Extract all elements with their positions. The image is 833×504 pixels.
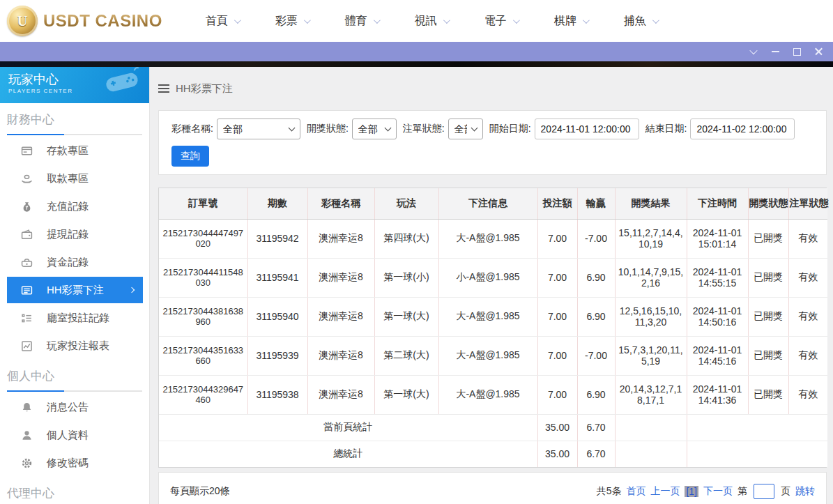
table-cell: 大-A盤@1.985 — [438, 219, 537, 258]
table-cell: 小-A盤@1.985 — [438, 258, 537, 297]
nav-label: 棋牌 — [554, 14, 576, 29]
section-underline — [7, 134, 142, 135]
sidebar-item-funds-record[interactable]: 資金記錄 — [0, 248, 149, 276]
sidebar-item-label: 取款專區 — [47, 172, 89, 185]
table-cell: 7.00 — [537, 219, 577, 258]
app-window: U USDT CASINO 首頁 彩票 體育 視訊 電子 棋牌 捕魚 玩家中心 … — [0, 0, 833, 504]
sidebar-item-hh-lottery-bets[interactable]: HH彩票下注 — [7, 277, 143, 303]
table-cell: 有效 — [788, 258, 827, 297]
column-header: 注單狀態 — [788, 188, 827, 219]
nav-item-sports[interactable]: 體育 — [345, 14, 379, 29]
table-cell: 31195940 — [247, 297, 307, 336]
nav-item-cards[interactable]: 棋牌 — [554, 14, 588, 29]
table-cell: 7.00 — [537, 375, 577, 414]
chevron-down-icon — [583, 17, 590, 24]
summary-cell: 總統計 — [159, 441, 537, 467]
table-cell: -7.00 — [577, 219, 615, 258]
sidebar-item-label: 充值記錄 — [47, 200, 89, 213]
nav-item-electronic[interactable]: 電子 — [484, 14, 518, 29]
sidebar-item-deposit[interactable]: 存款專區 — [0, 137, 149, 165]
total-count-text: 共5条 — [597, 485, 622, 498]
lottery-bet-icon — [21, 284, 33, 296]
sidebar-item-profile[interactable]: 個人資料 — [0, 421, 149, 449]
summary-cell: 35.00 — [537, 441, 577, 467]
chevron-down-icon: 全部 — [217, 119, 300, 139]
room-bet-record-icon — [21, 312, 33, 324]
current-page-badge: [1] — [685, 486, 698, 497]
section-underline — [7, 390, 142, 392]
nav-item-video[interactable]: 視訊 — [415, 14, 448, 29]
user-icon — [21, 429, 33, 441]
withdraw-icon — [21, 173, 33, 185]
sidebar-item-label: 消息公告 — [47, 401, 89, 414]
sidebar-item-withdraw[interactable]: 取款專區 — [0, 165, 149, 192]
lottery-name-label: 彩種名稱: — [171, 123, 213, 135]
table-cell: 有效 — [788, 375, 827, 414]
table-cell: 7.00 — [537, 258, 577, 297]
table-cell: 第一球(小) — [374, 258, 438, 297]
table-cell: 2152173044381638960 — [159, 297, 247, 336]
summary-cell: 6.70 — [577, 414, 615, 441]
window-chevron-down-icon[interactable] — [749, 47, 758, 56]
section-title: 代理中心 — [0, 484, 149, 503]
minimize-icon[interactable] — [770, 47, 780, 56]
sidebar-item-withdrawal-record[interactable]: 提現記錄 — [0, 220, 149, 248]
prev-page-link[interactable]: 上一页 — [650, 485, 680, 498]
main-area: HH彩票下注 彩種名稱: 全部 開獎狀態: 全部 注單狀態: 全部 開始日期: … — [150, 67, 833, 504]
table-row: 215217304441154803031195941澳洲幸运8第一球(小)小-… — [159, 258, 827, 297]
nav-label: 視訊 — [415, 14, 437, 29]
window-controls — [749, 47, 823, 56]
end-date-label: 結束日期: — [645, 123, 687, 135]
table-cell: 第四球(大) — [374, 219, 438, 258]
close-icon[interactable] — [813, 47, 823, 56]
chevron-right-icon — [129, 287, 135, 293]
sidebar-item-label: 提現記錄 — [47, 228, 89, 241]
start-date-label: 開始日期: — [489, 123, 531, 135]
search-button[interactable]: 查詢 — [171, 146, 209, 167]
jump-page-input[interactable] — [754, 484, 774, 499]
table-cell: 31195939 — [247, 336, 307, 375]
table-cell: 澳洲幸运8 — [307, 336, 374, 375]
table-cell: 第二球(大) — [374, 336, 438, 375]
lottery-name-select[interactable]: 全部 — [217, 119, 300, 139]
hamburger-menu-icon[interactable] — [158, 84, 169, 93]
table-cell: 有效 — [788, 336, 827, 375]
order-status-select[interactable]: 全部 — [448, 119, 483, 139]
table-cell: 澳洲幸运8 — [307, 219, 374, 258]
nav-item-lottery[interactable]: 彩票 — [275, 14, 309, 29]
column-header: 投注額 — [537, 188, 577, 219]
recharge-record-icon — [21, 201, 33, 213]
column-header: 開獎狀態 — [748, 188, 788, 219]
column-header: 訂單號 — [159, 188, 247, 219]
table-cell: 2024-11-01 14:50:16 — [687, 297, 748, 336]
sidebar-item-recharge-record[interactable]: 充值記錄 — [0, 192, 149, 220]
nav-item-fishing[interactable]: 捕魚 — [624, 14, 657, 29]
chevron-down-icon — [443, 17, 450, 24]
end-date-input[interactable] — [690, 119, 795, 139]
nav-label: 捕魚 — [624, 14, 646, 29]
sidebar-item-player-report[interactable]: 玩家投注報表 — [0, 332, 149, 360]
draw-status-select[interactable]: 全部 — [352, 119, 397, 139]
sidebar-item-label: 修改密碼 — [47, 457, 89, 470]
jump-button[interactable]: 跳转 — [795, 485, 815, 498]
table-cell: 大-A盤@1.985 — [438, 375, 537, 414]
logo-text: USDT CASINO — [43, 11, 162, 31]
sidebar-item-label: HH彩票下注 — [47, 284, 104, 297]
column-header: 期數 — [247, 188, 307, 219]
table-cell: 7.00 — [537, 297, 577, 336]
sidebar-item-room-bet-record[interactable]: 廳室投註記錄 — [0, 304, 149, 332]
nav-item-home[interactable]: 首頁 — [206, 14, 239, 29]
table-cell: 2024-11-01 15:01:14 — [687, 219, 748, 258]
section-title: 個人中心 — [0, 367, 149, 385]
sidebar-item-change-password[interactable]: 修改密碼 — [0, 449, 149, 477]
sidebar-item-announcements[interactable]: 消息公告 — [0, 393, 149, 421]
table-cell: 10,1,14,7,9,15,2,16 — [615, 258, 687, 297]
jump-prefix-label: 第 — [738, 485, 747, 498]
start-date-input[interactable] — [535, 119, 639, 139]
bell-icon — [21, 402, 33, 413]
maximize-icon[interactable] — [792, 47, 802, 56]
main-nav: 首頁 彩票 體育 視訊 電子 棋牌 捕魚 — [206, 14, 657, 29]
table-cell: 31195942 — [247, 219, 307, 258]
next-page-link[interactable]: 下一页 — [703, 485, 733, 498]
first-page-link[interactable]: 首页 — [626, 485, 645, 498]
